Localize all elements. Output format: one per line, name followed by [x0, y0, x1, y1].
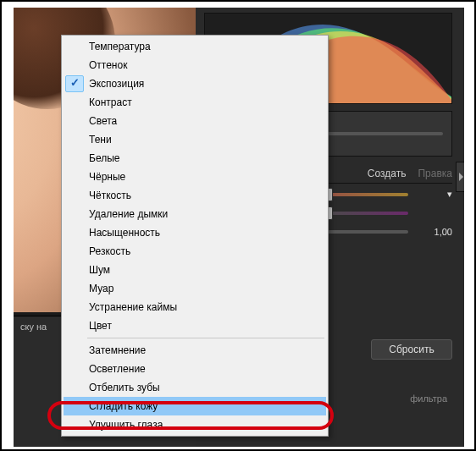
menu-item-10[interactable]: Насыщенность	[64, 223, 326, 242]
tab-edit[interactable]: Правка	[418, 168, 452, 179]
menu-item-label: Света	[89, 115, 117, 127]
menu-item-label: Цвет	[89, 320, 112, 332]
menu-item-label: Муар	[89, 283, 113, 294]
menu-item-15[interactable]: Цвет	[64, 316, 326, 335]
menu-item-label: Белые	[89, 152, 119, 164]
slider-chevron-1[interactable]: ▾	[415, 189, 452, 200]
menu-item-14[interactable]: Устранение каймы	[64, 298, 326, 316]
menu-item-7[interactable]: Чёрные	[64, 168, 326, 186]
menu-item-label: Затемнение	[89, 344, 146, 356]
photo-caption-text: ску на	[20, 322, 47, 332]
reset-button[interactable]: Сбросить	[371, 339, 452, 360]
menu-preset-1[interactable]: Осветление	[64, 360, 326, 378]
menu-item-label: Сгладить кожу	[89, 400, 158, 412]
menu-item-label: Оттенок	[89, 59, 127, 71]
menu-item-label: Шум	[89, 264, 110, 276]
menu-item-label: Удаление дымки	[89, 208, 168, 220]
menu-item-4[interactable]: Света	[64, 112, 326, 130]
menu-item-1[interactable]: Оттенок	[64, 56, 326, 74]
menu-item-label: Отбелить зубы	[89, 382, 160, 393]
menu-item-13[interactable]: Муар	[64, 279, 326, 298]
slider-value-3: 1,00	[415, 227, 452, 237]
menu-item-label: Резкость	[89, 245, 130, 257]
menu-item-label: Улучшить глаза	[89, 419, 163, 431]
app-window: ску на Создать Правка ия	[14, 8, 464, 447]
menu-item-label: Тени	[89, 134, 112, 146]
menu-item-label: Чёрные	[89, 171, 125, 183]
menu-separator	[87, 338, 324, 338]
effect-context-menu: ТемператураОттенокЭкспозицияКонтрастСвет…	[61, 35, 329, 437]
menu-item-label: Насыщенность	[89, 227, 160, 239]
menu-item-0[interactable]: Температура	[64, 37, 326, 56]
menu-item-2[interactable]: Экспозиция	[64, 74, 326, 93]
menu-item-label: Устранение каймы	[89, 301, 177, 313]
menu-item-label: Осветление	[89, 363, 146, 375]
menu-item-label: Контраст	[89, 96, 132, 108]
menu-preset-4[interactable]: Улучшить глаза	[64, 415, 326, 434]
tab-create[interactable]: Создать	[368, 168, 407, 179]
panel-expander[interactable]	[456, 162, 464, 192]
menu-item-label: Экспозиция	[89, 78, 144, 90]
menu-item-12[interactable]: Шум	[64, 261, 326, 279]
menu-preset-3[interactable]: Сгладить кожу	[64, 397, 326, 415]
menu-item-6[interactable]: Белые	[64, 149, 326, 168]
menu-item-5[interactable]: Тени	[64, 130, 326, 149]
filter-hint: фильтра	[410, 393, 447, 404]
menu-item-label: Чёткость	[89, 190, 131, 201]
menu-item-8[interactable]: Чёткость	[64, 186, 326, 205]
menu-item-3[interactable]: Контраст	[64, 93, 326, 112]
reset-button-label: Сбросить	[389, 344, 434, 355]
menu-preset-2[interactable]: Отбелить зубы	[64, 378, 326, 397]
menu-preset-0[interactable]: Затемнение	[64, 341, 326, 360]
menu-item-9[interactable]: Удаление дымки	[64, 205, 326, 223]
check-indicator	[65, 75, 84, 92]
menu-item-11[interactable]: Резкость	[64, 242, 326, 261]
menu-item-label: Температура	[89, 41, 151, 52]
